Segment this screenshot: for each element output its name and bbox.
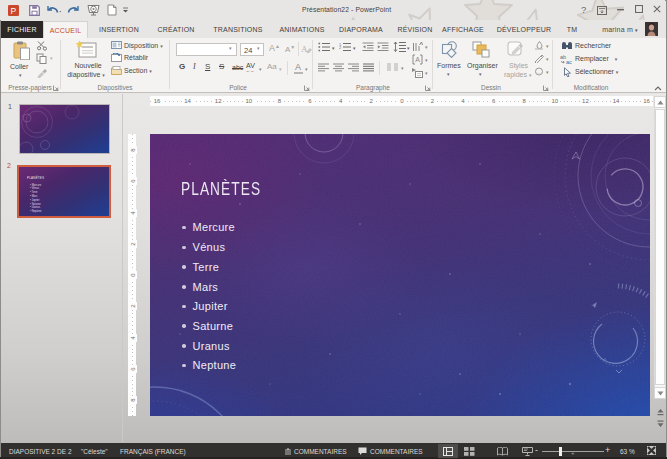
svg-text:A: A <box>415 56 420 63</box>
svg-text:• Vénus: • Vénus <box>30 186 40 190</box>
svg-text:• Saturne: • Saturne <box>30 202 41 206</box>
svg-text:• Neptune: • Neptune <box>30 209 42 213</box>
svg-text:P: P <box>11 6 17 16</box>
svg-text:PLANÈTES: PLANÈTES <box>27 175 44 180</box>
svg-text:• Mercure: • Mercure <box>30 183 42 187</box>
svg-text:• Terre: • Terre <box>30 190 38 194</box>
svg-text:ac: ac <box>566 59 572 65</box>
svg-text:• Uranus: • Uranus <box>30 205 41 209</box>
svg-text:• Jupiter: • Jupiter <box>30 198 40 202</box>
svg-text:• Mars: • Mars <box>30 194 38 198</box>
svg-text:2: 2 <box>339 45 342 50</box>
